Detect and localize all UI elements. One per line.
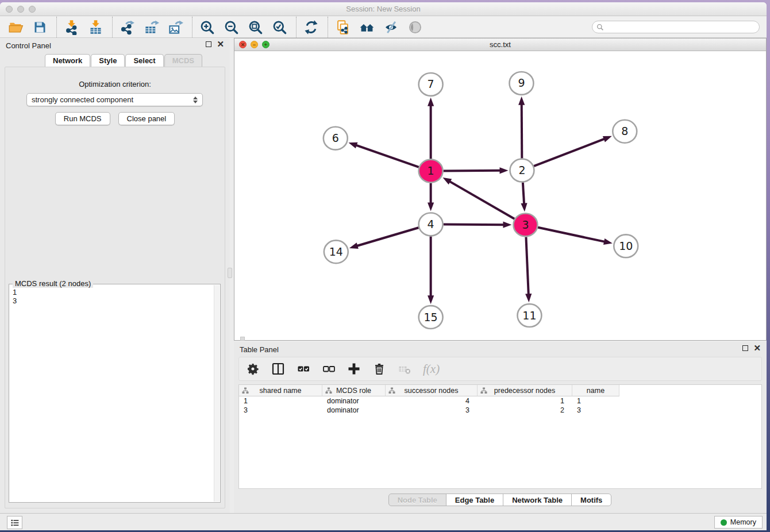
close-panel-button[interactable]: Close panel [118,112,175,125]
delete-table-icon[interactable] [398,360,411,377]
settings-gear-icon[interactable] [246,360,260,377]
refresh-icon[interactable] [302,18,319,36]
column-header-successor-nodes[interactable]: successor nodes [386,385,478,396]
tab-motifs[interactable]: Motifs [571,494,611,506]
function-builder-icon[interactable]: f(x) [423,360,440,377]
table-cell[interactable]: 1 [239,396,322,406]
column-header-name[interactable]: name [572,385,619,396]
graph-edge-3-1[interactable] [449,181,515,219]
zoom-out-icon[interactable] [222,18,240,36]
graph-edge-arrow [603,238,613,245]
criterion-select[interactable]: strongly connected component [26,93,203,106]
tab-mcds[interactable]: MCDS [164,54,202,67]
control-panel-title: Control Panel [6,41,51,50]
network-frame-titlebar: ✕ − + scc.txt [234,38,766,51]
table-cell[interactable]: 1 [572,396,619,406]
graph-edge-2-8[interactable] [534,138,605,166]
duplicate-network-icon[interactable] [334,18,351,36]
task-history-button[interactable] [7,516,22,529]
tab-network-table[interactable]: Network Table [503,494,572,506]
tab-select[interactable]: Select [125,54,163,67]
graph-node-label: 11 [522,309,536,322]
graph-edge-4-3[interactable] [444,225,505,225]
bird-eye-icon[interactable] [406,18,424,36]
optimization-criterion-label: Optimization criterion: [5,80,225,88]
main-toolbar [0,17,767,38]
control-panel-tabs: Network Style Select MCDS [45,54,203,67]
table-row[interactable]: 1dominator411 [239,396,761,406]
column-header-predecessor-nodes[interactable]: predecessor nodes [478,385,572,396]
select-all-icon[interactable] [297,360,310,377]
table-cell[interactable]: dominator [322,406,386,415]
table-panel-title: Table Panel [240,345,279,354]
table-body: 1dominator4113dominator323 [239,396,761,415]
tab-edge-table[interactable]: Edge Table [446,494,503,506]
graph-edge-3-11[interactable] [526,237,528,295]
network-frame: ✕ − + scc.txt 1234678910111415 [234,38,767,341]
tab-node-table[interactable]: Node Table [388,494,446,506]
save-session-icon[interactable] [31,18,48,36]
memory-button[interactable]: Memory [714,516,763,529]
table-cell[interactable]: 1 [478,396,572,406]
add-column-icon[interactable] [347,360,361,377]
graph-node-label: 7 [428,78,434,90]
search-field[interactable] [592,21,760,33]
delete-column-icon[interactable] [372,360,386,377]
close-panel-icon[interactable]: ✕ [217,41,224,47]
toolbar-separator [112,17,113,37]
status-bar: Memory [0,513,767,530]
splitter-grip[interactable] [228,268,232,278]
mcds-result-text[interactable]: 1 3 [10,287,213,501]
list-icon [10,518,20,528]
toolbar-separator [328,17,328,37]
toolbar-separator [192,17,192,37]
run-mcds-button[interactable]: Run MCDS [55,112,110,125]
column-header-MCDS-role[interactable]: MCDS role [322,385,386,396]
export-network-icon[interactable] [118,18,136,36]
graph-edge-2-3[interactable] [523,183,524,205]
network-canvas[interactable]: 1234678910111415 [234,51,766,340]
graphics-details-icon[interactable] [382,18,399,36]
graph-edge-4-14[interactable] [356,228,418,246]
graph-node-label: 6 [332,132,339,144]
graph-edge-arrow [499,167,508,174]
graph-node-label: 15 [424,311,438,323]
split-panel-icon[interactable] [271,360,285,377]
zoom-in-icon[interactable] [198,18,215,36]
zoom-selected-icon[interactable] [271,18,288,36]
export-image-icon[interactable] [167,18,184,36]
search-input[interactable] [604,22,759,32]
table-tabs: Node Table Edge Table Network Table Moti… [234,494,767,506]
home-icon[interactable] [358,18,375,36]
open-file-icon[interactable] [7,18,24,36]
export-table-icon[interactable] [143,18,160,36]
graph-edge-2-9[interactable] [522,104,522,159]
tab-style[interactable]: Style [91,54,125,67]
table-panel: Table Panel ✕ f(x) shared nameMCDS roles… [234,342,767,513]
network-graph[interactable]: 1234678910111415 [234,51,766,340]
float-table-panel-icon[interactable] [742,345,748,351]
import-table-icon[interactable] [87,18,104,36]
table-cell[interactable]: 4 [386,396,478,406]
graph-edge-arrow [428,98,434,106]
float-panel-icon[interactable] [206,41,211,47]
table-cell[interactable]: 3 [386,406,478,415]
table-cell[interactable]: 2 [478,406,572,415]
network-frame-title: scc.txt [234,40,766,49]
table-cell[interactable]: 3 [572,406,619,415]
tab-network[interactable]: Network [45,54,90,67]
select-stepper-icon [193,97,198,103]
table-row[interactable]: 3dominator323 [239,406,761,415]
import-network-icon[interactable] [63,18,80,36]
column-header-shared-name[interactable]: shared name [239,385,322,396]
graph-edge-3-10[interactable] [538,228,605,242]
canvas-grip[interactable] [240,337,245,341]
zoom-fit-icon[interactable] [247,18,264,36]
graph-edge-1-6[interactable] [356,145,419,167]
table-cell[interactable]: 3 [239,406,322,415]
close-table-panel-icon[interactable]: ✕ [753,345,761,351]
deselect-all-icon[interactable] [322,360,336,377]
result-scrollbar[interactable] [214,285,220,502]
graph-edge-1-2[interactable] [444,171,501,171]
table-cell[interactable]: dominator [322,396,386,406]
